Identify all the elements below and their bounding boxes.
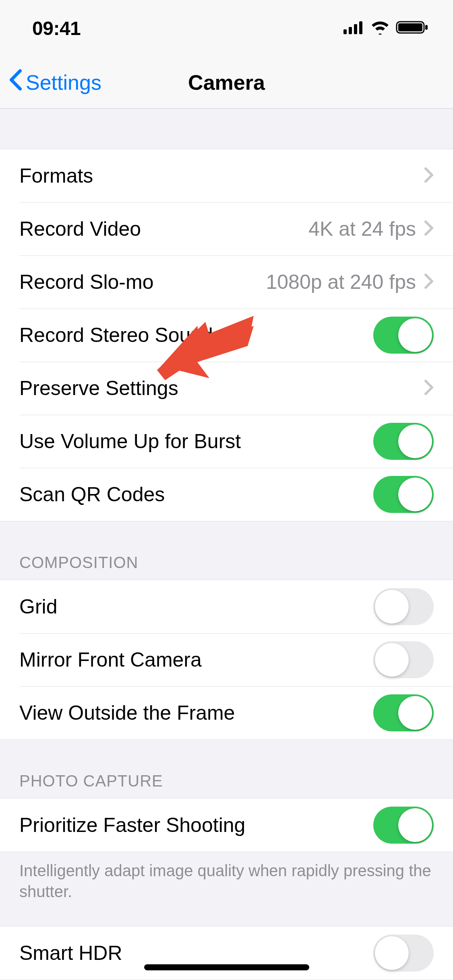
status-bar: 09:41 — [0, 0, 453, 56]
status-icons — [343, 20, 429, 36]
svg-rect-2 — [354, 24, 357, 34]
cell-label: Prioritize Faster Shooting — [19, 813, 245, 837]
chevron-right-icon — [424, 273, 434, 291]
svg-rect-0 — [343, 29, 347, 34]
cell-label: Grid — [19, 595, 57, 618]
page-title: Camera — [188, 70, 265, 95]
svg-rect-5 — [398, 23, 422, 31]
cell-label: Scan QR Codes — [19, 483, 165, 506]
record-slomo-cell[interactable]: Record Slo-mo 1080p at 240 fps — [0, 255, 453, 309]
cell-label: Mirror Front Camera — [19, 648, 202, 671]
chevron-right-icon — [424, 379, 434, 397]
record-video-cell[interactable]: Record Video 4K at 24 fps — [0, 202, 453, 255]
formats-cell[interactable]: Formats — [0, 149, 453, 202]
cell-label: Use Volume Up for Burst — [19, 430, 241, 453]
cell-label: Record Stereo Sound — [19, 323, 213, 347]
svg-rect-6 — [425, 25, 428, 30]
cell-value: 4K at 24 fps — [308, 217, 416, 241]
cell-label: Preserve Settings — [19, 377, 178, 400]
cell-label: View Outside the Frame — [19, 701, 235, 725]
nav-bar: Settings Camera — [0, 56, 453, 109]
smart-hdr-cell: Smart HDR — [0, 926, 453, 980]
cell-label: Formats — [19, 164, 93, 187]
cell-label: Record Video — [19, 217, 141, 241]
preserve-settings-cell[interactable]: Preserve Settings — [0, 362, 453, 415]
prioritize-faster-shooting-toggle[interactable] — [373, 807, 434, 844]
chevron-right-icon — [424, 220, 434, 238]
cell-label: Smart HDR — [19, 941, 122, 965]
back-button[interactable]: Settings — [0, 69, 101, 96]
cell-label: Record Slo-mo — [19, 270, 153, 294]
settings-group-composition: Grid Mirror Front Camera View Outside th… — [0, 580, 453, 740]
wifi-icon — [370, 20, 390, 36]
cell-value: 1080p at 240 fps — [266, 270, 416, 294]
settings-group-smart-hdr: Smart HDR — [0, 926, 453, 980]
view-outside-frame-toggle[interactable] — [373, 694, 434, 731]
scan-qr-codes-cell: Scan QR Codes — [0, 468, 453, 521]
grid-cell: Grid — [0, 580, 453, 633]
cellular-icon — [343, 21, 364, 36]
volume-up-burst-cell: Use Volume Up for Burst — [0, 415, 453, 468]
home-indicator[interactable] — [144, 964, 309, 970]
back-label: Settings — [26, 70, 101, 95]
mirror-front-camera-cell: Mirror Front Camera — [0, 633, 453, 686]
prioritize-faster-shooting-cell: Prioritize Faster Shooting — [0, 799, 453, 852]
grid-toggle[interactable] — [373, 588, 434, 625]
chevron-left-icon — [8, 69, 23, 96]
svg-rect-3 — [359, 21, 362, 34]
prioritize-footer: Intelligently adapt image quality when r… — [0, 852, 453, 910]
scan-qr-codes-toggle[interactable] — [373, 476, 434, 513]
settings-group-photo-capture: Prioritize Faster Shooting — [0, 798, 453, 852]
status-time: 09:41 — [32, 17, 81, 39]
battery-icon — [396, 20, 429, 36]
volume-up-burst-toggle[interactable] — [373, 423, 434, 460]
svg-rect-1 — [349, 27, 352, 34]
view-outside-frame-cell: View Outside the Frame — [0, 686, 453, 739]
record-stereo-sound-cell: Record Stereo Sound — [0, 309, 453, 362]
chevron-right-icon — [424, 167, 434, 185]
mirror-front-camera-toggle[interactable] — [373, 641, 434, 678]
record-stereo-sound-toggle[interactable] — [373, 317, 434, 354]
photo-capture-header: PHOTO CAPTURE — [0, 740, 453, 798]
smart-hdr-toggle[interactable] — [373, 935, 434, 972]
settings-group-main: Formats Record Video 4K at 24 fps Record… — [0, 149, 453, 521]
composition-header: COMPOSITION — [0, 521, 453, 580]
